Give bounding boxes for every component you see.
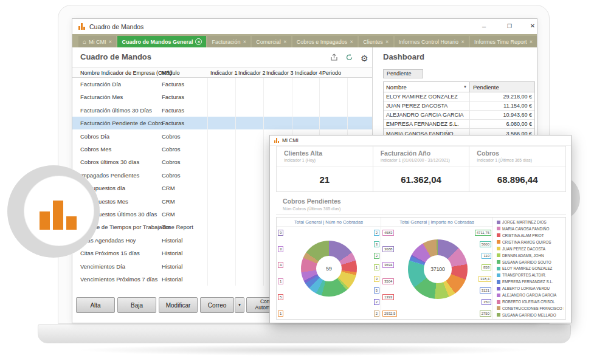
tab-close-icon[interactable]: ✕ [243,39,246,44]
okr-module: Cobros [162,130,181,143]
legend-label: SUSANA GARRIDO MELLADO [502,313,556,317]
table-row[interactable]: Facturación últimos 30 DíasFacturas [72,104,372,117]
table-row[interactable]: Facturación MesFacturas [72,91,372,103]
donut-total: 37100 [408,239,468,299]
callout-label: 4 [278,262,283,268]
column-header[interactable]: Indicador 4 [295,68,322,78]
kpi-head: Clientes AltaIndicador 1 (Hoy) [277,146,373,167]
chart-title: Total General | Núm no Cobradas [277,218,381,227]
grid-line [263,78,264,286]
laptop-base [38,324,571,343]
pending-amount: 29.218,00 € [470,92,534,101]
dashboard-row[interactable]: JUAN PEREZ DACOSTA11.154,00 € [384,101,534,111]
okr-module: Historial [162,234,182,247]
donut-num-no-cobradas[interactable]: 59 [301,241,357,297]
table-header: Nombre Indicador de Empresa (OKR)MóduloI… [72,67,372,78]
tab-close-icon[interactable]: ✕ [385,39,389,44]
table-row[interactable]: Facturación DíaFacturas [72,78,372,91]
callout-label: 2 [374,253,379,259]
legend-swatch [497,287,500,290]
pendiente-column-header[interactable]: Pendiente [470,82,534,92]
kpi-subtitle: Indicador 1 (Últimos 365 días) [477,158,563,162]
callout-label: 150 [482,299,491,305]
section-divider [276,214,566,215]
column-header[interactable]: Periodo [322,68,341,78]
refresh-icon[interactable] [345,53,353,64]
callout-label: 3504 [382,278,394,284]
dashboard-row[interactable]: ALEJANDRO GARCIA GARCIA10.943,60 € [384,111,534,120]
pendiente-filter-chip[interactable]: Pendiente [383,69,423,78]
tab-informes-control-horario[interactable]: Informes Control Horario✕ [395,36,469,47]
tab-clientes[interactable]: Clientes✕ [359,36,393,47]
tab-close-icon[interactable]: ✕ [283,39,287,44]
dashboard-table: Nombre ▼ Pendiente ELOY RAMIREZ GONZALEZ… [383,81,535,139]
donut-importe-no-cobradas[interactable]: 37100 [408,239,468,299]
pending-amount: 10.943,60 € [470,111,534,119]
window-title: Cuadro de Mandos [89,19,143,34]
grid-line [235,78,236,286]
chart-title: Total General | Importe no Cobradas [381,218,492,227]
kpi-subtitle: Indicador 1 (01/01/2000 - 31/12/2021) [381,158,467,162]
home-icon: ⌂ [83,39,86,45]
legend-item: MARIA CANOSA FANDIÑO [497,227,564,231]
donut-total: 59 [301,241,357,297]
mi-cmi-title: Mi CMI [282,137,299,143]
tab-label: Cobros e Impagados [297,39,348,45]
tab-close-icon[interactable]: ✕ [109,39,112,44]
combo-label: Nombre [386,84,407,91]
kpi-title: Clientes Alta [284,149,370,157]
tab-facturaci-n[interactable]: Facturación✕ [207,36,250,47]
maximize-button[interactable]: ❐ [503,21,516,32]
modificar-button[interactable]: Modificar [159,297,198,313]
dashboard-row[interactable]: ELOY RAMIREZ GONZALEZ29.218,00 € [384,92,534,101]
okr-module: CRM [162,195,175,208]
legend-item: JUAN PEREZ DACOSTA [497,247,564,251]
tab-label: Clientes [363,39,383,45]
okr-name: Citas Próximos 15 días [80,247,140,259]
callout-label: 2750 [480,311,491,317]
legend-item: ELOY RAMIREZ GONZALEZ [497,266,564,270]
export-icon[interactable] [330,53,338,64]
nombre-combobox[interactable]: Nombre ▼ [384,82,470,92]
callout-stack: 458336883694350413932932,5 [382,230,397,317]
tab-close-icon[interactable]: ✕ [530,39,533,44]
legend-item: ROBERTO IGLESIAS CRISOL [497,300,564,304]
tab-mi-cmi[interactable]: ⌂Mi CMI✕ [78,36,116,47]
callout-label: 1 [374,264,379,270]
column-header[interactable]: Indicador 2 [238,68,266,78]
minimize-button[interactable]: – [477,21,491,32]
tab-close-icon[interactable]: ✕ [461,39,465,44]
correo-button[interactable]: Correo [200,297,234,313]
legend-item: CONSTRUCCIONES FRANCISCO LOPEZ [497,306,564,311]
column-header[interactable]: Nombre Indicador de Empresa (OKR) [80,68,172,78]
client-name: EMPRESA FERNANDEZ S.L. [384,120,470,128]
tab-cobros-e-impagados[interactable]: Cobros e Impagados✕ [292,36,358,47]
legend-item: TRANSPORTES ALTDIR. [497,273,564,277]
mi-cmi-titlebar[interactable]: Mi CMI [270,136,571,146]
tab-close-icon[interactable]: ✕ [195,38,202,45]
callout-label: 4583 [382,230,394,236]
dashboard-row[interactable]: EMPRESA FERNANDEZ S.L.6.080,00 € [384,120,534,129]
tab-label: Comercial [256,39,281,45]
okr-name: Facturación Pendiente de Cobro [80,117,164,129]
okr-module: Facturas [162,78,184,91]
tab-informes-time-report[interactable]: Informes Time Report✕ [470,36,537,47]
column-header[interactable]: Indicador 1 [210,68,238,78]
laptop-shadow [58,344,550,356]
gear-icon[interactable]: ⚙ [361,55,368,63]
callout-label: 110 [482,253,491,259]
column-header[interactable]: Indicador 3 [266,68,294,78]
tab-close-icon[interactable]: ✕ [350,39,353,44]
kpi-value: 61.362,04 [373,167,469,191]
alta-button[interactable]: Alta [76,297,115,313]
correo-dropdown-icon[interactable]: ▾ [235,297,244,313]
client-name: ELOY RAMIREZ GONZALEZ [384,92,470,101]
column-header[interactable]: Módulo [162,68,180,78]
tab-cuadro-de-mandos-general[interactable]: Cuadro de Mandos General✕ [117,36,206,47]
tab-comercial[interactable]: Comercial✕ [252,36,291,47]
tab-label: Mi CMI [89,39,106,45]
baja-button[interactable]: Baja [117,297,156,313]
table-row[interactable]: Facturación Pendiente de CobroFacturas [72,117,372,129]
mi-cmi-window: Mi CMI Clientes AltaIndicador 1 (Hoy)21F… [269,135,572,323]
close-button[interactable]: ✕ [526,21,539,32]
